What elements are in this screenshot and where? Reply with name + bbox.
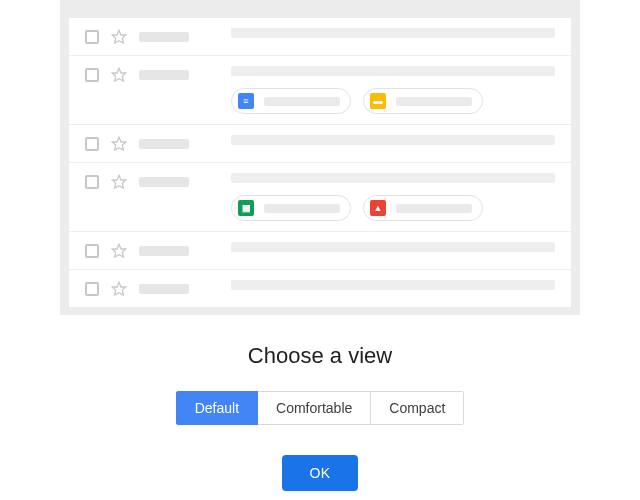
svg-marker-3 [112, 175, 125, 188]
subject-placeholder [231, 66, 555, 76]
svg-marker-2 [112, 137, 125, 150]
sender-placeholder [139, 246, 189, 256]
preview-row: ≡ ▬ [69, 56, 571, 125]
preview-row [69, 232, 571, 270]
subject-placeholder [231, 280, 555, 290]
view-option-group: Default Comfortable Compact [176, 391, 465, 425]
row-body [201, 135, 555, 145]
sheets-icon: ▦ [238, 200, 254, 216]
checkbox-icon [85, 30, 99, 44]
sender-placeholder [139, 32, 189, 42]
sender-placeholder [139, 284, 189, 294]
preview-row [69, 270, 571, 307]
docs-icon: ≡ [238, 93, 254, 109]
image-icon: ▲ [370, 200, 386, 216]
subject-placeholder [231, 135, 555, 145]
subject-placeholder [231, 28, 555, 38]
attachment-name-placeholder [264, 97, 340, 106]
row-body [201, 242, 555, 252]
checkbox-icon [85, 244, 99, 258]
checkbox-icon [85, 282, 99, 296]
attachment-chip: ▦ [231, 195, 351, 221]
attachment-name-placeholder [396, 97, 472, 106]
row-body [201, 28, 555, 38]
sender-placeholder [139, 177, 189, 187]
option-comfortable[interactable]: Comfortable [258, 391, 371, 425]
row-body: ≡ ▬ [201, 66, 555, 114]
checkbox-icon [85, 68, 99, 82]
star-icon [111, 29, 127, 45]
preview-row [69, 125, 571, 163]
subject-placeholder [231, 173, 555, 183]
attachment-name-placeholder [264, 204, 340, 213]
star-icon [111, 67, 127, 83]
density-preview: ≡ ▬ [60, 0, 580, 315]
preview-list: ≡ ▬ [69, 18, 571, 307]
attachment-chip: ▬ [363, 88, 483, 114]
attachment-chips: ▦ ▲ [231, 195, 555, 221]
checkbox-icon [85, 175, 99, 189]
preview-row: ▦ ▲ [69, 163, 571, 232]
star-icon [111, 136, 127, 152]
svg-marker-0 [112, 30, 125, 43]
option-compact[interactable]: Compact [371, 391, 464, 425]
attachment-name-placeholder [396, 204, 472, 213]
star-icon [111, 243, 127, 259]
attachment-chips: ≡ ▬ [231, 88, 555, 114]
checkbox-icon [85, 137, 99, 151]
preview-row [69, 18, 571, 56]
star-icon [111, 174, 127, 190]
row-body [201, 280, 555, 290]
subject-placeholder [231, 242, 555, 252]
slides-icon: ▬ [370, 93, 386, 109]
svg-marker-1 [112, 68, 125, 81]
sender-placeholder [139, 70, 189, 80]
star-icon [111, 281, 127, 297]
option-default[interactable]: Default [176, 391, 258, 425]
dialog-heading: Choose a view [248, 343, 392, 369]
svg-marker-5 [112, 282, 125, 295]
ok-button[interactable]: OK [282, 455, 359, 491]
row-body: ▦ ▲ [201, 173, 555, 221]
attachment-chip: ▲ [363, 195, 483, 221]
attachment-chip: ≡ [231, 88, 351, 114]
sender-placeholder [139, 139, 189, 149]
svg-marker-4 [112, 244, 125, 257]
